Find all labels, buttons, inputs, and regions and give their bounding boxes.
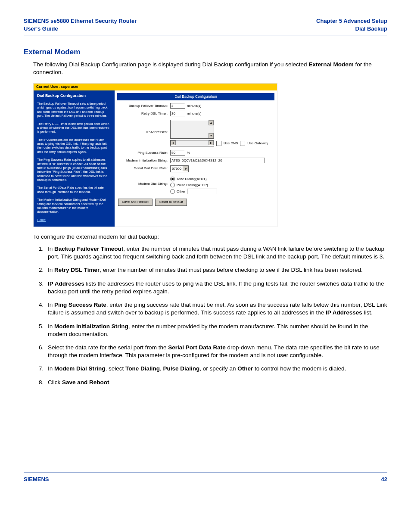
tone-label: Tone Dialing(ATDT) [177,177,207,182]
current-user-bar: Current User: superuser [34,84,277,90]
page-number: 42 [381,476,387,483]
topic-title: Dial Backup [355,25,387,32]
failover-label: Backup Failover Timeout: [118,103,170,109]
failover-unit: minute(s) [187,104,201,109]
page-footer: SIEMENS 42 [24,473,387,483]
tone-dialing-radio[interactable] [170,177,175,181]
help-para: The Ping Success Rate applies to all add… [37,158,111,182]
scroll-left-icon[interactable]: ◄ [171,140,176,145]
use-gateway-checkbox[interactable] [240,141,245,146]
failover-input[interactable] [170,103,185,109]
other-label: Other [177,190,185,194]
help-para: The Serial Port Data Rate specifies the … [37,186,111,194]
other-input[interactable] [187,189,217,194]
intro-paragraph: The following Dial Backup Configuration … [33,61,387,76]
guide-title: User's Guide [24,25,58,32]
help-para: The Modem Initialization String and Mode… [37,198,111,214]
rate-label: Serial Port Data Rate: [118,165,170,171]
init-input[interactable] [170,158,265,163]
ip-listbox[interactable]: ▲ ▼ [170,120,214,139]
header-left: SIEMENS se5880 Ethernet Security Router … [24,17,137,32]
pulse-dialing-radio[interactable] [170,183,175,187]
panel-title: Dial Backup Configuration [117,93,274,100]
pulse-label: Pulse Dialing(ATDP) [177,183,208,188]
footer-brand: SIEMENS [24,476,49,483]
retry-unit: minute(s) [187,112,201,116]
ip-label: IP Addresses: [118,120,170,135]
save-reboot-button[interactable]: Save and Reboot [118,199,153,206]
init-label: Modem Initialization String: [118,158,170,163]
page-header: SIEMENS se5880 Ethernet Security Router … [24,17,387,35]
screenshot-container: Current User: superuser Dial Backup Conf… [33,83,387,227]
use-dns-checkbox[interactable] [216,141,221,146]
dial-label: Modem Dial String: [118,177,170,187]
ping-label: Ping Success Rate: [118,150,170,156]
use-gateway-label: Use Gateway [247,141,268,146]
step-item: In Modem Initialization String, enter th… [45,323,387,338]
reset-default-button[interactable]: Reset to default [155,199,187,206]
rate-value: 57600 [171,167,183,171]
help-sidebar: Dial Backup Configuration The Backup Fai… [34,90,115,227]
step-item: IP Addresses lists the addresses the rou… [45,280,387,296]
step-item: In Retry DSL Timer, enter the number of … [45,266,387,274]
rate-select[interactable]: 57600 ▼ [170,165,189,172]
sidebar-title: Dial Backup Configuration [37,93,111,98]
ping-unit: % [187,151,190,156]
steps-intro: To configure the external modem for dial… [33,233,387,241]
scroll-up-icon[interactable]: ▲ [209,120,214,125]
step-item: In Ping Success Rate, enter the ping suc… [45,301,387,317]
step-item: Select the data rate for the serial port… [45,344,387,359]
help-para: The Retry DSL Timer is the time period a… [37,122,111,134]
retry-label: Retry DSL Timer: [118,111,170,116]
ip-hscroll[interactable]: ◄ ► [170,140,214,146]
other-dialing-radio[interactable] [170,189,175,194]
steps-list: In Backup Failover Timeout, enter the nu… [33,245,387,386]
step-item: Click Save and Reboot. [45,379,387,386]
header-right: Chapter 5 Advanced Setup Dial Backup [316,17,387,32]
product-title: SIEMENS se5880 Ethernet Security Router [24,18,137,24]
step-item: In Backup Failover Timeout, enter the nu… [45,245,387,261]
ping-input[interactable] [170,150,185,156]
scroll-right-icon[interactable]: ► [209,140,214,145]
home-link[interactable]: Home [37,218,46,222]
step-item: In Modem Dial String, select Tone Dialin… [45,365,387,373]
chapter-title: Chapter 5 Advanced Setup [316,18,387,24]
help-para: The Backup Failover Timeout sets a time … [37,102,111,118]
scroll-down-icon[interactable]: ▼ [209,133,214,138]
retry-input[interactable] [170,111,185,116]
section-heading: External Modem [24,47,387,57]
form-panel: Dial Backup Configuration Backup Failove… [115,90,277,227]
chevron-down-icon: ▼ [183,166,188,171]
use-dns-label: Use DNS [224,141,238,146]
help-para: The IP Addresses are the addresses the r… [37,138,111,154]
config-screenshot: Current User: superuser Dial Backup Conf… [33,83,277,227]
intro-text-1: The following Dial Backup Configuration … [33,61,308,68]
intro-bold: External Modem [308,61,353,68]
